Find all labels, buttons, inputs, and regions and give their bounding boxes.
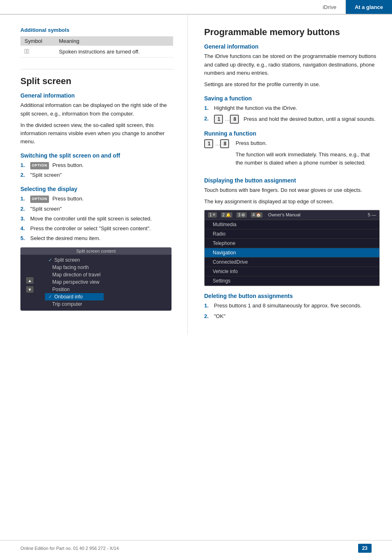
list-item: 4. Press the controller or select "Split… xyxy=(20,225,173,233)
split-menu-item: Map direction of travel xyxy=(45,271,104,278)
additional-symbols-section: Additional symbols Symbol Meaning ✓⃠ Spo… xyxy=(20,27,173,58)
mute-icon: ✓⃠ xyxy=(24,48,29,55)
nav-arrows: ▲ ▼ xyxy=(26,277,33,293)
list-item: 5. Select the desired menu item. xyxy=(20,234,173,242)
divider xyxy=(20,69,173,69)
header: iDrive At a glance xyxy=(0,0,392,15)
list-item: 2. "Split screen" xyxy=(20,171,173,179)
menu-item-vehicle-info: Vehicle info xyxy=(205,267,379,276)
arrow-up-icon: ▲ xyxy=(26,277,33,284)
mem-btn-1-icon: 1 … 8 xyxy=(214,115,240,124)
prog-general-info-p1: The iDrive functions can be stored on th… xyxy=(204,52,378,77)
displaying-p1: Touch buttons with bare fingers. Do not … xyxy=(204,186,378,194)
split-menu-item: ✓ Split screen xyxy=(45,256,104,264)
selecting-subtitle: Selecting the display xyxy=(20,186,173,192)
list-item: 2. "OK" xyxy=(204,312,378,320)
table-row: ✓⃠ Spoken instructions are turned off. xyxy=(20,46,173,58)
btn-num-1: 1⚙ xyxy=(208,212,217,218)
screen-top-bar: 1⚙ 2 🔔 3 ⚙ 4 🏠 Owner's Manual 5 — xyxy=(205,210,379,220)
deleting-steps: 1. Press buttons 1 and 8 simultaneously … xyxy=(204,302,378,320)
saving-steps: 1. Highlight the function via the iDrive… xyxy=(204,104,378,124)
split-menu-item-onboard: ✓ Onboard info xyxy=(45,293,104,300)
additional-symbols-title: Additional symbols xyxy=(20,27,173,33)
menu-item-connecteddrive: ConnectedDrive xyxy=(205,258,379,267)
menu-item-multimedia: Multimedia xyxy=(205,220,379,229)
meaning-cell: Spoken instructions are turned off. xyxy=(55,46,173,58)
programmable-buttons-title: Programmable memory buttons xyxy=(204,27,378,38)
prog-general-info-subtitle: General information xyxy=(204,43,378,50)
split-screen-title: Split screen xyxy=(20,76,173,87)
left-column: Additional symbols Symbol Meaning ✓⃠ Spo… xyxy=(0,15,188,335)
option-button-icon: OPTION xyxy=(30,196,49,203)
split-menu-item: Trip computer xyxy=(45,300,104,308)
button-assignment-screen: 1⚙ 2 🔔 3 ⚙ 4 🏠 Owner's Manual 5 — Multim… xyxy=(204,210,380,286)
memory-button-1-run: 1 xyxy=(204,139,213,148)
menu-item-radio: Radio xyxy=(205,229,379,239)
btn-box-4: 4 🏠 xyxy=(251,212,262,218)
switching-subtitle: Switching the split screen on and off xyxy=(20,152,173,159)
btn-box-1: 1⚙ xyxy=(208,212,217,218)
split-general-info-subtitle: General information xyxy=(20,92,173,99)
split-general-info-p1: Additional information can be displayed … xyxy=(20,101,173,118)
owners-manual-label: Owner's Manual xyxy=(268,212,301,217)
symbol-cell: ✓⃠ xyxy=(20,46,55,58)
list-item: 1. OPTION Press button. xyxy=(20,195,173,203)
option-button-icon: OPTION xyxy=(30,162,49,169)
deleting-subtitle: Deleting the button assignments xyxy=(204,293,378,299)
footer: Online Edition for Part no. 01 40 2 956 … xyxy=(0,540,392,556)
header-tab-at-a-glance[interactable]: At a glance xyxy=(345,0,392,14)
menu-item-telephone: Telephone xyxy=(205,239,379,248)
selecting-steps: 1. OPTION Press button. 2. "Split screen… xyxy=(20,195,173,242)
mem-btn-run-icon: 1 … 8 xyxy=(204,139,230,148)
split-menu-item: Map perspective view xyxy=(45,278,104,286)
footer-page-number: 23 xyxy=(358,544,372,553)
list-item: 3. Move the controller until the split s… xyxy=(20,215,173,223)
symbols-table: Symbol Meaning ✓⃠ Spoken instructions ar… xyxy=(20,36,173,58)
memory-button-8: 8 xyxy=(230,115,239,124)
running-function-subtitle: Running a function xyxy=(204,130,378,137)
running-function-content: 1 … 8 Press button. The function will wo… xyxy=(204,139,378,170)
switching-steps: 1. OPTION Press button. 2. "Split screen… xyxy=(20,161,173,179)
btn-num-5: 5 — xyxy=(368,212,376,217)
list-item: 1. Press buttons 1 and 8 simultaneously … xyxy=(204,302,378,310)
footer-text: Online Edition for Part no. 01 40 2 956 … xyxy=(20,546,119,551)
running-text-1: Press button. xyxy=(236,139,378,147)
split-general-info-p2: In the divided screen view, the so-calle… xyxy=(20,121,173,146)
menu-item-navigation: Navigation xyxy=(205,248,379,258)
symbol-col-header: Symbol xyxy=(20,36,55,46)
arrow-down-icon: ▼ xyxy=(26,286,33,293)
list-item: 2. 1 … 8 Press and hold the desired butt… xyxy=(204,115,378,124)
displaying-p2: The key assignment is displayed at top e… xyxy=(204,198,378,206)
check-icon: ✓ xyxy=(48,294,52,300)
header-idrive-label: iDrive xyxy=(314,0,345,14)
memory-button-1: 1 xyxy=(214,115,223,124)
list-item: 1. OPTION Press button. xyxy=(20,161,173,169)
split-menu-item: Map facing north xyxy=(45,264,104,271)
btn-num-2: 2 🔔 xyxy=(221,212,232,218)
btn-box-2: 2 🔔 xyxy=(221,212,232,218)
memory-button-8-run: 8 xyxy=(220,139,229,148)
right-column: Programmable memory buttons General info… xyxy=(188,15,392,335)
running-text-2: The function will work immediately. This… xyxy=(236,151,378,167)
menu-item-settings: Settings xyxy=(205,276,379,286)
displaying-subtitle: Displaying the button assignment xyxy=(204,177,378,184)
split-menu-item: Position xyxy=(45,286,104,293)
check-icon: ✓ xyxy=(48,257,52,263)
prog-general-info-p2: Settings are stored for the profile curr… xyxy=(204,80,378,89)
list-item: 2. "Split screen" xyxy=(20,205,173,213)
saving-function-subtitle: Saving a function xyxy=(204,95,378,102)
btn-box-3: 3 ⚙ xyxy=(236,212,247,218)
btn-assign-menu: Multimedia Radio Telephone Navigation Co… xyxy=(205,220,379,286)
main-content: Additional symbols Symbol Meaning ✓⃠ Spo… xyxy=(0,15,392,335)
btn-num-4: 4 🏠 xyxy=(251,212,262,218)
btn-num-3: 3 ⚙ xyxy=(236,212,247,218)
split-screen-image: Split screen content ▲ ▼ ✓ Split screen … xyxy=(20,247,172,311)
list-item: 1. Highlight the function via the iDrive… xyxy=(204,104,378,112)
meaning-col-header: Meaning xyxy=(55,36,173,46)
split-screen-title-bar: Split screen content xyxy=(20,247,172,255)
